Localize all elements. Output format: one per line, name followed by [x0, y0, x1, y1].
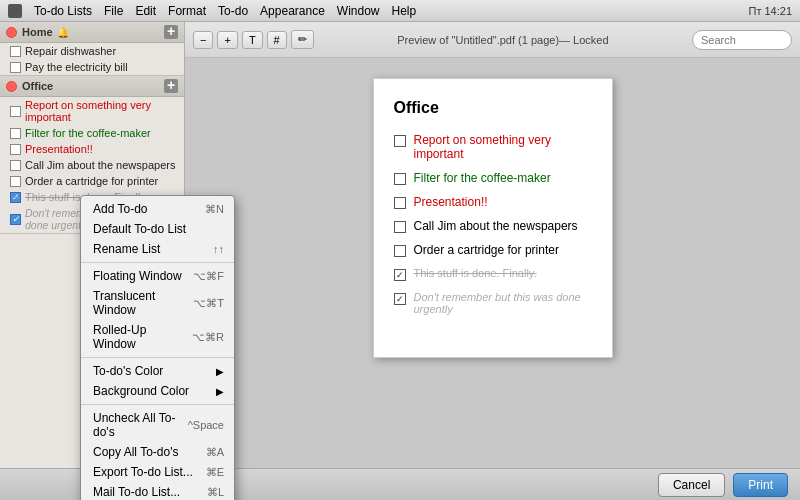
item-text: Call Jim about the newspapers	[25, 159, 175, 171]
menu-item-copy-all[interactable]: Copy All To-do's ⌘A	[81, 442, 234, 462]
zoom-in-btn[interactable]: +	[217, 31, 237, 49]
menu-shortcut: ⌘N	[205, 203, 224, 216]
app-icon	[8, 4, 22, 18]
menu-item-label: Add To-do	[93, 202, 148, 216]
preview-toolbar: − + T # ✏ Preview of "Untitled".pdf (1 p…	[185, 22, 800, 58]
menu-item-label: Rename List	[93, 242, 160, 256]
menu-item-bg-color[interactable]: Background Color ▶	[81, 381, 234, 401]
item-checkbox[interactable]	[10, 160, 21, 171]
menu-edit[interactable]: Edit	[135, 4, 156, 18]
add-home-btn[interactable]: +	[164, 25, 178, 39]
item-checkbox[interactable]	[10, 144, 21, 155]
cancel-button[interactable]: Cancel	[658, 473, 725, 497]
menu-shortcut: ⌥⌘F	[193, 270, 224, 283]
menu-shortcut: ⌥⌘T	[193, 297, 224, 310]
menu-item-translucent-window[interactable]: Translucent Window ⌥⌘T	[81, 286, 234, 320]
close-office-btn[interactable]	[6, 81, 17, 92]
pdf-item-text: This stuff is done. Finally.	[414, 267, 537, 279]
menu-shortcut: ⌘E	[206, 466, 224, 479]
pdf-item: Report on something very important	[394, 133, 592, 161]
item-text: Presentation!!	[25, 143, 93, 155]
pdf-checkbox: ✓	[394, 293, 406, 305]
menu-item-label: Uncheck All To-do's	[93, 411, 188, 439]
list-item[interactable]: Repair dishwasher	[0, 43, 184, 59]
sidebar-section-home: Home 🔔 + Repair dishwasher Pay the elect…	[0, 22, 184, 76]
sidebar-section-header-home: Home 🔔 +	[0, 22, 184, 43]
preview-area: − + T # ✏ Preview of "Untitled".pdf (1 p…	[185, 22, 800, 500]
menu-shortcut: ^Space	[188, 419, 224, 431]
menubar: To-do Lists File Edit Format To-do Appea…	[0, 0, 800, 22]
pdf-checkbox	[394, 245, 406, 257]
item-checkbox[interactable]	[10, 176, 21, 187]
pdf-item: Order a cartridge for printer	[394, 243, 592, 257]
list-item[interactable]: Order a cartridge for printer	[0, 173, 184, 189]
list-item[interactable]: Call Jim about the newspapers	[0, 157, 184, 173]
item-checkbox[interactable]	[10, 106, 21, 117]
menu-separator	[81, 404, 234, 405]
pdf-item-text: Filter for the coffee-maker	[414, 171, 551, 185]
menu-shortcut: ↑↑	[213, 243, 224, 255]
menu-shortcut: ⌘A	[206, 446, 224, 459]
pdf-item-text: Call Jim about the newspapers	[414, 219, 578, 233]
list-item[interactable]: Pay the electricity bill	[0, 59, 184, 75]
grid-btn[interactable]: #	[267, 31, 287, 49]
zoom-out-btn[interactable]: −	[193, 31, 213, 49]
menu-separator	[81, 262, 234, 263]
pdf-item: ✓ This stuff is done. Finally.	[394, 267, 592, 281]
menu-item-label: Rolled-Up Window	[93, 323, 192, 351]
submenu-arrow-icon: ▶	[216, 386, 224, 397]
menu-item-floating-window[interactable]: Floating Window ⌥⌘F	[81, 266, 234, 286]
menubar-time: Пт 14:21	[748, 5, 792, 17]
menu-item-label: Default To-do List	[93, 222, 186, 236]
sidebar-section-header-office: Office +	[0, 76, 184, 97]
item-text: Repair dishwasher	[25, 45, 116, 57]
annotate-btn[interactable]: ✏	[291, 30, 314, 49]
pdf-item: Call Jim about the newspapers	[394, 219, 592, 233]
menu-item-export[interactable]: Export To-do List... ⌘E	[81, 462, 234, 482]
text-btn[interactable]: T	[242, 31, 263, 49]
list-item[interactable]: Presentation!!	[0, 141, 184, 157]
list-item[interactable]: Filter for the coffee-maker	[0, 125, 184, 141]
menu-item-rolledup-window[interactable]: Rolled-Up Window ⌥⌘R	[81, 320, 234, 354]
print-button[interactable]: Print	[733, 473, 788, 497]
menu-shortcut: ⌘L	[207, 486, 224, 499]
notify-icon: 🔔	[57, 27, 69, 38]
item-checkbox[interactable]: ✓	[10, 214, 21, 225]
close-home-btn[interactable]	[6, 27, 17, 38]
menu-item-todo-color[interactable]: To-do's Color ▶	[81, 361, 234, 381]
add-office-btn[interactable]: +	[164, 79, 178, 93]
item-checkbox[interactable]	[10, 128, 21, 139]
menu-item-default-list[interactable]: Default To-do List	[81, 219, 234, 239]
menu-todo[interactable]: To-do	[218, 4, 248, 18]
menu-todo-lists[interactable]: To-do Lists	[34, 4, 92, 18]
menu-shortcut: ⌥⌘R	[192, 331, 224, 344]
menu-item-mail[interactable]: Mail To-do List... ⌘L	[81, 482, 234, 500]
menu-item-rename[interactable]: Rename List ↑↑	[81, 239, 234, 259]
menu-appearance[interactable]: Appearance	[260, 4, 325, 18]
pdf-item: Filter for the coffee-maker	[394, 171, 592, 185]
item-text: Filter for the coffee-maker	[25, 127, 151, 139]
menu-item-label: Copy All To-do's	[93, 445, 178, 459]
item-checkbox[interactable]: ✓	[10, 192, 21, 203]
pdf-checkbox	[394, 135, 406, 147]
pdf-item-text: Presentation!!	[414, 195, 488, 209]
menu-item-label: Background Color	[93, 384, 189, 398]
preview-search-input[interactable]	[692, 30, 792, 50]
sidebar-office-label: Office	[22, 80, 53, 92]
menu-item-label: Floating Window	[93, 269, 182, 283]
preview-content: Office Report on something very importan…	[185, 58, 800, 500]
menu-item-label: Export To-do List...	[93, 465, 193, 479]
item-text: Report on something very important	[25, 99, 178, 123]
menu-item-uncheck-all[interactable]: Uncheck All To-do's ^Space	[81, 408, 234, 442]
menu-help[interactable]: Help	[392, 4, 417, 18]
menu-file[interactable]: File	[104, 4, 123, 18]
menu-separator	[81, 357, 234, 358]
item-checkbox[interactable]	[10, 46, 21, 57]
item-checkbox[interactable]	[10, 62, 21, 73]
menu-window[interactable]: Window	[337, 4, 380, 18]
list-item[interactable]: Report on something very important	[0, 97, 184, 125]
menu-format[interactable]: Format	[168, 4, 206, 18]
item-text: Pay the electricity bill	[25, 61, 128, 73]
menu-item-add-todo[interactable]: Add To-do ⌘N	[81, 199, 234, 219]
menu-item-label: To-do's Color	[93, 364, 163, 378]
